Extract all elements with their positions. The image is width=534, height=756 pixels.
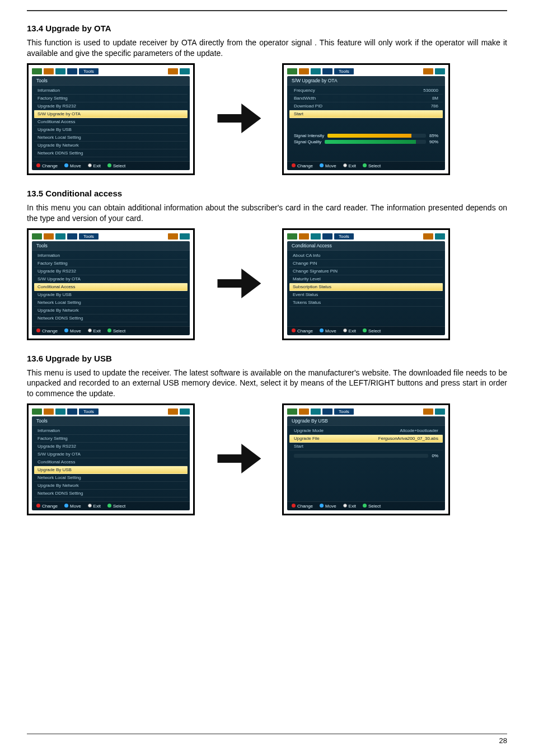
hint-select: Select — [363, 163, 381, 168]
hdr-btn-icon — [168, 233, 178, 240]
menu-item[interactable]: Information — [34, 252, 188, 260]
menu-item[interactable]: Upgrade By USB — [34, 126, 188, 134]
menu-item[interactable]: Information — [34, 87, 188, 95]
menu-item-selected[interactable]: Upgrade By USB — [34, 466, 188, 474]
menu-item[interactable]: Change Signature PIN — [289, 267, 443, 275]
param-row[interactable]: Upgrade ModeAllcode+bootloader — [289, 427, 443, 435]
hdr-btn-icon — [311, 408, 321, 415]
hint-footer: Change Move Exit Select — [287, 326, 445, 335]
signal-intensity: Signal Intensity 85% — [289, 133, 443, 139]
header-tab-label: Tools — [334, 68, 354, 74]
menu-item[interactable]: Upgrade By USB — [34, 291, 188, 299]
menu-item-selected[interactable]: S/W Upgrade by OTA — [34, 110, 188, 118]
hdr-btn-icon — [287, 408, 297, 415]
section-body: In this menu you can obtain additional i… — [27, 203, 507, 224]
menu-item[interactable]: Change PIN — [289, 260, 443, 267]
menu-item[interactable]: Upgrade By RS232 — [34, 443, 188, 450]
menu-item[interactable]: Network DDNS Setting — [34, 490, 188, 497]
screenshot-upgrade-usb: Tools Upgrade By USB Upgrade ModeAllcode… — [282, 403, 450, 515]
hdr-btn-icon — [55, 233, 65, 240]
tools-menu: Information Factory Setting Upgrade By R… — [32, 86, 190, 161]
menu-item[interactable]: About CA Info — [289, 252, 443, 260]
menu-item[interactable]: S/W Upgrade by OTA — [34, 450, 188, 458]
menu-item[interactable]: Network Local Setting — [34, 299, 188, 307]
figure-row-ota: Tools Tools Information Factory Setting … — [27, 63, 507, 175]
param-row[interactable]: Frequency530000 — [289, 87, 443, 95]
arrow-right-icon — [205, 432, 272, 487]
figure-row-ca: Tools Tools Information Factory Setting … — [27, 228, 507, 340]
hint-exit: Exit — [88, 504, 101, 509]
hint-footer: Change Move Exit Select — [287, 501, 445, 510]
panel-title: Upgrade By USB — [287, 416, 445, 426]
menu-item[interactable]: Network DDNS Setting — [34, 149, 188, 157]
hdr-btn-icon — [423, 68, 433, 74]
hint-move: Move — [64, 163, 81, 168]
hdr-btn-icon — [299, 408, 309, 415]
section-heading: 13.4 Upgrade by OTA — [27, 24, 507, 33]
param-row[interactable]: BandWidth8M — [289, 95, 443, 102]
menu-item[interactable]: Factory Setting — [34, 95, 188, 102]
hdr-btn-icon — [423, 408, 433, 415]
progress-bar: 0% — [289, 453, 443, 459]
menu-item[interactable]: Conditional Access — [34, 118, 188, 126]
hdr-btn-icon — [180, 233, 190, 240]
screenshot-header-bar: Tools — [287, 408, 445, 415]
menu-item[interactable]: Upgrade By Network — [34, 482, 188, 490]
hdr-btn-icon — [311, 68, 321, 74]
hint-select: Select — [363, 328, 381, 334]
header-tab-label: Tools — [79, 233, 99, 240]
hdr-btn-icon — [67, 68, 77, 74]
menu-item[interactable]: Information — [34, 427, 188, 435]
hdr-btn-icon — [322, 408, 332, 415]
menu-item[interactable]: S/W Upgrade by OTA — [34, 275, 188, 283]
hint-change: Change — [292, 504, 313, 509]
section-body: This menu is used to update the receiver… — [27, 368, 507, 400]
screenshot-tools-menu: Tools Tools Information Factory Setting … — [27, 63, 195, 175]
menu-item[interactable]: Network Local Setting — [34, 134, 188, 142]
hdr-btn-icon — [180, 408, 190, 415]
hdr-btn-icon — [67, 233, 77, 240]
menu-item[interactable]: Event Status — [289, 291, 443, 299]
hdr-btn-icon — [32, 233, 42, 240]
menu-item[interactable]: Tokens Status — [289, 299, 443, 307]
menu-item[interactable]: Upgrade By RS232 — [34, 267, 188, 275]
figure-row-usb: Tools Tools Information Factory Setting … — [27, 403, 507, 515]
hint-change: Change — [292, 328, 313, 334]
hint-change: Change — [36, 504, 58, 509]
screenshot-header-bar: Tools — [32, 408, 190, 415]
menu-item-selected[interactable]: Subscription Status — [289, 283, 443, 291]
menu-item[interactable]: Upgrade By RS232 — [34, 102, 188, 110]
panel-title: Tools — [32, 76, 190, 86]
menu-item[interactable]: Conditional Access — [34, 458, 188, 466]
hdr-btn-icon — [55, 408, 65, 415]
hdr-btn-icon — [180, 68, 190, 74]
hint-exit: Exit — [343, 328, 356, 334]
hint-move: Move — [320, 328, 336, 334]
hint-move: Move — [64, 328, 81, 334]
menu-item[interactable]: Upgrade By Network — [34, 307, 188, 314]
page-number: 28 — [27, 734, 507, 745]
param-row-selected[interactable]: Upgrade FileFergusonAriva200_07_30.abs — [289, 435, 443, 443]
hdr-btn-icon — [44, 408, 54, 415]
hint-footer: Change Move Exit Select — [32, 161, 190, 170]
screenshot-tools-menu: Tools Tools Information Factory Setting … — [27, 403, 195, 515]
menu-item[interactable]: Factory Setting — [34, 260, 188, 267]
hint-exit: Exit — [88, 328, 101, 334]
hint-move: Move — [320, 504, 336, 509]
menu-item-selected[interactable]: Conditional Access — [34, 283, 188, 291]
param-row-selected[interactable]: Start — [289, 110, 443, 118]
menu-item[interactable]: Network DDNS Setting — [34, 314, 188, 322]
menu-item[interactable]: Factory Setting — [34, 435, 188, 443]
menu-item[interactable]: Upgrade By Network — [34, 142, 188, 149]
param-row[interactable]: Start — [289, 443, 443, 450]
hint-change: Change — [36, 328, 58, 334]
param-row[interactable]: Download PID786 — [289, 102, 443, 110]
menu-item[interactable]: Maturity Level — [289, 275, 443, 283]
hint-select: Select — [107, 504, 125, 509]
usb-params: Upgrade ModeAllcode+bootloader Upgrade F… — [287, 426, 445, 501]
hdr-btn-icon — [44, 68, 54, 74]
panel-title: Tools — [32, 241, 190, 251]
hdr-btn-icon — [423, 233, 433, 240]
hdr-btn-icon — [32, 408, 42, 415]
menu-item[interactable]: Network Local Setting — [34, 474, 188, 482]
